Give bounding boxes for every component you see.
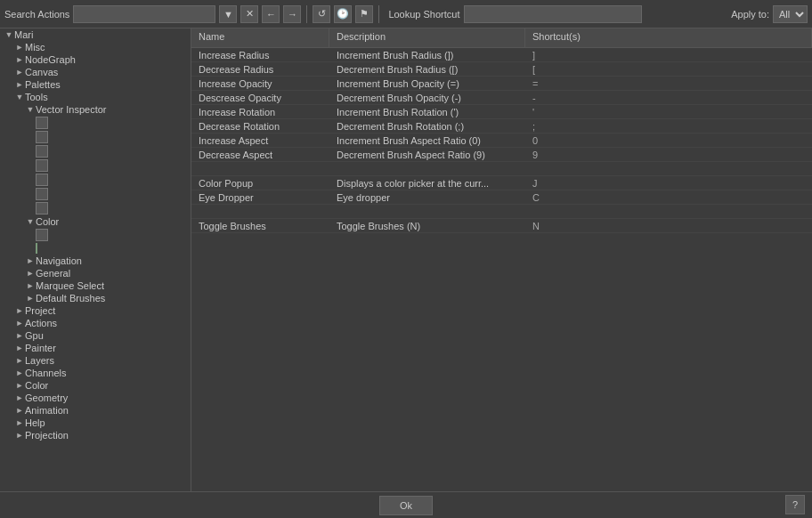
checkbox-1[interactable]: [36, 117, 48, 129]
forward-btn[interactable]: →: [283, 5, 301, 23]
tree-label-animation: Animation: [25, 405, 69, 416]
expand-mari[interactable]: ▼: [4, 29, 14, 40]
lookup-input[interactable]: [464, 5, 642, 23]
expand-geometry[interactable]: ►: [14, 393, 25, 403]
expand-misc[interactable]: ►: [14, 42, 25, 53]
checkbox-6[interactable]: [36, 188, 48, 200]
tree-item-geometry[interactable]: ► Geometry: [0, 392, 191, 404]
table-row[interactable]: Toggle Brushes Toggle Brushes (N) N: [191, 219, 812, 233]
col-header-name: Name: [191, 28, 329, 47]
search-input[interactable]: [73, 5, 215, 23]
expand-gpu[interactable]: ►: [14, 330, 25, 341]
expand-channels[interactable]: ►: [14, 368, 25, 378]
tree-item-default-brushes[interactable]: ► Default Brushes: [0, 292, 191, 304]
checkbox-4[interactable]: [36, 159, 48, 172]
table-row[interactable]: Descrease Opacity Decrement Brush Opacit…: [191, 91, 812, 105]
expand-layers[interactable]: ►: [14, 355, 25, 366]
tree-item-misc[interactable]: ► Misc: [0, 41, 191, 53]
expand-general[interactable]: ►: [25, 268, 36, 279]
tree-item-color[interactable]: ▼ Color: [0, 215, 191, 228]
tree-item-painter[interactable]: ► Painter: [0, 342, 191, 354]
column-headers: Name Description Shortcut(s): [191, 28, 812, 48]
tree-row-2[interactable]: [0, 130, 191, 144]
expand-palettes[interactable]: ►: [14, 79, 25, 90]
table-row[interactable]: Increase Radius Increment Brush Radius (…: [191, 48, 812, 62]
cell-desc: Decrement Brush Radius ([): [329, 63, 525, 76]
expand-animation[interactable]: ►: [14, 405, 25, 416]
cell-shortcut: C: [525, 191, 812, 204]
tree-item-navigation[interactable]: ► Navigation: [0, 255, 191, 267]
tree-row-5[interactable]: [0, 173, 191, 187]
expand-default-brushes[interactable]: ►: [25, 293, 36, 304]
clear-btn[interactable]: ✕: [240, 5, 258, 23]
tree-row-6[interactable]: [0, 187, 191, 201]
help-button[interactable]: ?: [785, 495, 805, 514]
back-btn[interactable]: ←: [262, 5, 280, 23]
table-row[interactable]: Increase Aspect Increment Brush Aspect R…: [191, 134, 812, 148]
expand-help[interactable]: ►: [14, 417, 25, 428]
tree-item-general[interactable]: ► General: [0, 267, 191, 279]
bookmark-btn[interactable]: ⚑: [355, 5, 373, 23]
table-row[interactable]: Eye Dropper Eye dropper C: [191, 190, 812, 205]
expand-projection[interactable]: ►: [14, 430, 25, 441]
tree-item-project[interactable]: ► Project: [0, 304, 191, 317]
tree-item-color-root[interactable]: ► Color: [0, 379, 191, 392]
expand-color[interactable]: ▼: [25, 216, 36, 227]
tree-item-nodegraph[interactable]: ► NodeGraph: [0, 53, 191, 66]
expand-project[interactable]: ►: [14, 305, 25, 316]
undo-btn[interactable]: ↺: [313, 5, 330, 23]
tree-row-1[interactable]: [0, 116, 191, 130]
cell-desc: Increment Brush Radius (]): [329, 49, 525, 61]
tree-item-tools[interactable]: ▼ Tools: [0, 91, 191, 103]
table-row[interactable]: Decrease Rotation Decrement Brush Rotati…: [191, 119, 812, 134]
expand-color-root[interactable]: ►: [14, 380, 25, 391]
cell-desc: Increment Brush Aspect Ratio (0): [329, 134, 525, 147]
tree-label-vector-inspector: Vector Inspector: [36, 104, 107, 115]
tree-item-projection[interactable]: ► Projection: [0, 429, 191, 441]
tree-item-gpu[interactable]: ► Gpu: [0, 329, 191, 342]
table-row[interactable]: Increase Rotation Increment Brush Rotati…: [191, 105, 812, 119]
expand-vector-inspector[interactable]: ▼: [25, 104, 36, 115]
tree-row-3[interactable]: [0, 144, 191, 158]
tree-color-row-2[interactable]: [0, 242, 191, 255]
tree-item-palettes[interactable]: ► Palettes: [0, 78, 191, 91]
history-btn[interactable]: 🕑: [334, 5, 352, 23]
cell-desc: Toggle Brushes (N): [329, 220, 525, 232]
tree-item-vector-inspector[interactable]: ▼ Vector Inspector: [0, 103, 191, 116]
tree-color-row-1[interactable]: [0, 228, 191, 242]
cell-name: Descrease Opacity: [191, 92, 329, 104]
expand-painter[interactable]: ►: [14, 343, 25, 353]
tree-item-help[interactable]: ► Help: [0, 417, 191, 429]
tree-item-marquee-select[interactable]: ► Marquee Select: [0, 279, 191, 292]
checkbox-2[interactable]: [36, 131, 48, 143]
search-dropdown-btn[interactable]: ▼: [219, 5, 237, 23]
expand-marquee-select[interactable]: ►: [25, 280, 36, 291]
checkbox-3[interactable]: [36, 145, 48, 158]
expand-canvas[interactable]: ►: [14, 67, 25, 77]
table-row[interactable]: Decrease Radius Decrement Brush Radius (…: [191, 62, 812, 77]
ok-button[interactable]: Ok: [379, 496, 433, 515]
tree-root-mari[interactable]: ▼ Mari: [0, 28, 191, 41]
expand-nodegraph[interactable]: ►: [14, 54, 25, 65]
expand-actions[interactable]: ►: [14, 318, 25, 328]
checkbox-color-1[interactable]: [36, 229, 48, 241]
tree-item-canvas[interactable]: ► Canvas: [0, 66, 191, 78]
expand-tools[interactable]: ▼: [14, 92, 25, 102]
tree-row-7[interactable]: [0, 201, 191, 215]
tree-item-animation[interactable]: ► Animation: [0, 404, 191, 417]
cell-empty: [191, 168, 329, 170]
table-row[interactable]: Increase Opacity Increment Brush Opacity…: [191, 77, 812, 91]
cell-shortcut: 0: [525, 134, 812, 147]
tree-item-actions[interactable]: ► Actions: [0, 317, 191, 329]
tree-label-gpu: Gpu: [25, 330, 44, 341]
tree-item-layers[interactable]: ► Layers: [0, 354, 191, 367]
table-row[interactable]: Decrease Aspect Decrement Brush Aspect R…: [191, 148, 812, 162]
table-row[interactable]: Color Popup Displays a color picker at t…: [191, 176, 812, 190]
checkbox-7[interactable]: [36, 202, 48, 214]
tree-row-4[interactable]: [0, 158, 191, 173]
checkbox-5[interactable]: [36, 174, 48, 186]
apply-select[interactable]: All: [773, 5, 808, 23]
cell-desc: Decrement Brush Rotation (;): [329, 120, 525, 133]
tree-item-channels[interactable]: ► Channels: [0, 367, 191, 379]
expand-navigation[interactable]: ►: [25, 255, 36, 266]
